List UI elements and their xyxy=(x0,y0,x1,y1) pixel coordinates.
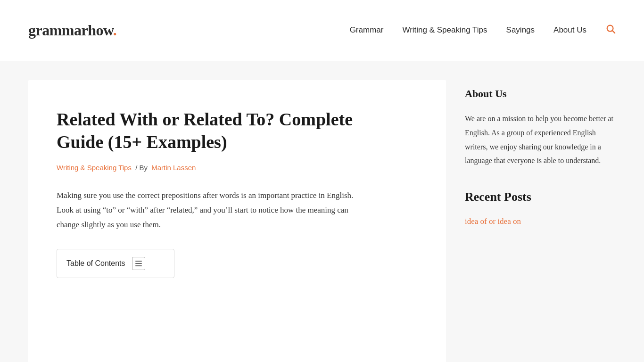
svg-line-1 xyxy=(612,31,615,33)
article-title: Related With or Related To? Complete Gui… xyxy=(57,108,363,153)
site-logo[interactable]: grammarhow. xyxy=(28,17,116,43)
toc-toggle-button[interactable] xyxy=(132,257,145,270)
nav-writing-speaking-tips[interactable]: Writing & Speaking Tips xyxy=(402,24,487,37)
toc-icon-line-2 xyxy=(135,263,142,264)
nav-about-us[interactable]: About Us xyxy=(553,24,586,37)
toc-label: Table of Contents xyxy=(66,257,125,270)
toc-icon-lines xyxy=(135,261,142,266)
article-meta: Writing & Speaking Tips / By Martin Lass… xyxy=(57,162,418,174)
sidebar-about-section: About Us We are on a mission to help you… xyxy=(465,85,616,168)
site-header: grammarhow. Grammar Writing & Speaking T… xyxy=(0,0,644,61)
article-intro: Making sure you use the correct preposit… xyxy=(57,188,358,232)
sidebar-recent-posts-heading: Recent Posts xyxy=(465,187,616,207)
meta-separator: / By xyxy=(133,164,149,172)
sidebar-about-heading: About Us xyxy=(465,85,616,102)
author-link[interactable]: Martin Lassen xyxy=(151,164,196,172)
main-article: Related With or Related To? Complete Gui… xyxy=(28,80,446,362)
page-background: Related With or Related To? Complete Gui… xyxy=(0,61,644,362)
article-category-link[interactable]: Writing & Speaking Tips xyxy=(57,164,132,172)
main-nav: Grammar Writing & Speaking Tips Sayings … xyxy=(350,23,616,39)
sidebar-about-text: We are on a mission to help you become b… xyxy=(465,112,616,167)
nav-grammar[interactable]: Grammar xyxy=(350,24,384,37)
logo-text: grammarhow xyxy=(28,22,113,39)
toc-icon-line-1 xyxy=(135,261,142,262)
content-layout: Related With or Related To? Complete Gui… xyxy=(28,80,616,362)
logo-dot: . xyxy=(113,22,117,39)
sidebar-recent-posts-section: Recent Posts idea of or idea on xyxy=(465,187,616,228)
nav-sayings[interactable]: Sayings xyxy=(506,24,535,37)
article-author: Martin Lassen xyxy=(151,164,196,172)
recent-post-link-0[interactable]: idea of or idea on xyxy=(465,217,521,226)
search-icon[interactable] xyxy=(605,23,616,39)
toc-icon-line-3 xyxy=(135,265,142,266)
table-of-contents-box: Table of Contents xyxy=(57,249,174,278)
sidebar: About Us We are on a mission to help you… xyxy=(465,80,616,362)
